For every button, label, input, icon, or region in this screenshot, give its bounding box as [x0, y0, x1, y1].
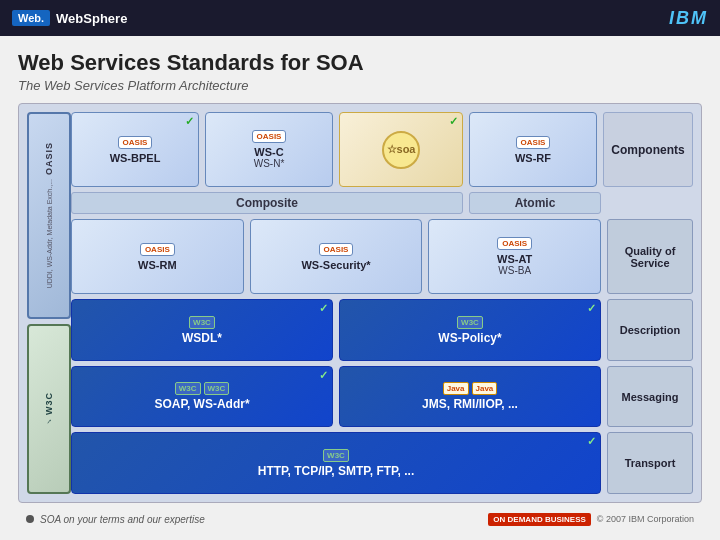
- ws-rm-label: WS-RM: [138, 259, 177, 271]
- http-label: HTTP, TCP/IP, SMTP, FTP, ...: [258, 464, 415, 478]
- w3c-extra-label: ✓: [45, 417, 53, 425]
- soap-label: SOAP, WS-Addr*: [154, 397, 249, 411]
- w3c-sidebar-label: W3C: [44, 392, 54, 415]
- soap-check: ✓: [319, 369, 328, 382]
- ws-n-label: WS-N*: [254, 158, 285, 169]
- oasis-sidebar-label: OASIS: [44, 142, 54, 175]
- ws-rm-cell: OASIS WS-RM: [71, 219, 244, 294]
- row-qos: OASIS WS-RM OASIS WS-Security* OASIS WS-…: [71, 219, 693, 294]
- oasis-badge-wsrf: OASIS: [516, 136, 551, 149]
- jms-label: JMS, RMI/IIOP, ...: [422, 397, 518, 411]
- http-cell: W3C HTTP, TCP/IP, SMTP, FTP, ... ✓: [71, 432, 601, 494]
- oasis-badge-wssec: OASIS: [319, 243, 354, 256]
- ws-policy-label: WS-Policy*: [438, 331, 501, 345]
- footer-dot: [26, 515, 34, 523]
- ws-at-cell: OASIS WS-AT WS-BA: [428, 219, 601, 294]
- w3c-badge-http: W3C: [323, 449, 349, 462]
- transport-label: Transport: [607, 432, 693, 494]
- description-label: Description: [607, 299, 693, 361]
- architecture-diagram: OASIS UDDI, WS-Addr, Metadata Exch.,... …: [18, 103, 702, 503]
- soap-cell: W3C W3C SOAP, WS-Addr* ✓: [71, 366, 333, 428]
- wsdl-label: WSDL*: [182, 331, 222, 345]
- footer-logo: ON DEMAND BUSINESS © 2007 IBM Corporatio…: [488, 513, 694, 526]
- components-label: Components: [603, 112, 693, 187]
- copyright-text: © 2007 IBM Corporation: [597, 514, 694, 524]
- header-bar: Web. WebSphere IBM: [0, 0, 720, 36]
- wsdl-check: ✓: [319, 302, 328, 315]
- row-transport: W3C HTTP, TCP/IP, SMTP, FTP, ... ✓ Trans…: [71, 432, 693, 494]
- websphere-text: WebSphere: [56, 11, 127, 26]
- java-badge-1: Java: [443, 382, 469, 395]
- w3c-badge-wsaddr: W3C: [204, 382, 230, 395]
- on-demand-badge: ON DEMAND BUSINESS: [488, 513, 590, 526]
- w3c-sidebar: W3C ✓: [27, 324, 71, 494]
- ws-security-cell: OASIS WS-Security*: [250, 219, 423, 294]
- composite-label: Composite: [71, 192, 463, 214]
- row-messaging: W3C W3C SOAP, WS-Addr* ✓ Java Java JMS, …: [71, 366, 693, 428]
- ws-rf-label: WS-RF: [515, 152, 551, 164]
- soa-logo: ☆soa: [382, 131, 420, 169]
- jms-cell: Java Java JMS, RMI/IIOP, ...: [339, 366, 601, 428]
- ws-bpel-cell: OASIS WS-BPEL ✓: [71, 112, 199, 187]
- ws-bpel-label: WS-BPEL: [110, 152, 161, 164]
- ws-security-label: WS-Security*: [301, 259, 370, 271]
- java-badges: Java Java: [443, 382, 498, 395]
- soa-cell: ☆soa ✓: [339, 112, 463, 187]
- footer-text: SOA on your terms and our expertise: [40, 514, 205, 525]
- ibm-logo: IBM: [669, 8, 708, 29]
- divider-row: Composite Atomic: [71, 192, 693, 214]
- oasis-badge-wsrm: OASIS: [140, 243, 175, 256]
- ws-ba-label: WS-BA: [498, 265, 531, 276]
- w3c-badge-wsdl: W3C: [189, 316, 215, 329]
- footer-left: SOA on your terms and our expertise: [26, 514, 205, 525]
- row-components: OASIS WS-BPEL ✓ OASIS WS-C WS-N* ☆soa ✓: [71, 112, 693, 187]
- logo-box: Web.: [12, 10, 50, 26]
- messaging-label: Messaging: [607, 366, 693, 428]
- soap-badges: W3C W3C: [175, 382, 230, 395]
- qos-label: Quality of Service: [607, 219, 693, 294]
- row-description: W3C WSDL* ✓ W3C WS-Policy* ✓ Description: [71, 299, 693, 361]
- soa-check: ✓: [449, 115, 458, 128]
- w3c-badge-soap: W3C: [175, 382, 201, 395]
- ws-rf-cell: OASIS WS-RF: [469, 112, 597, 187]
- footer: SOA on your terms and our expertise ON D…: [18, 503, 702, 531]
- main-content: Web Services Standards for SOA The Web S…: [0, 36, 720, 540]
- websphere-logo: Web. WebSphere: [12, 10, 127, 26]
- rows-container: OASIS WS-BPEL ✓ OASIS WS-C WS-N* ☆soa ✓: [71, 112, 693, 494]
- http-badges: W3C: [323, 449, 349, 462]
- java-badge-2: Java: [472, 382, 498, 395]
- sidebar-vertical-text: UDDI, WS-Addr, Metadata Exch.,...: [46, 179, 53, 288]
- wsdl-cell: W3C WSDL* ✓: [71, 299, 333, 361]
- oasis-sidebar: OASIS UDDI, WS-Addr, Metadata Exch.,...: [27, 112, 71, 319]
- atomic-label: Atomic: [469, 192, 601, 214]
- w3c-badge-wspol: W3C: [457, 316, 483, 329]
- ws-at-label: WS-AT: [497, 253, 532, 265]
- oasis-badge-wsat: OASIS: [497, 237, 532, 250]
- oasis-badge-wsc: OASIS: [252, 130, 287, 143]
- wspol-check: ✓: [587, 302, 596, 315]
- bpel-check: ✓: [185, 115, 194, 128]
- oasis-badge-bpel: OASIS: [118, 136, 153, 149]
- page-subtitle: The Web Services Platform Architecture: [18, 78, 702, 93]
- ws-c-cell: OASIS WS-C WS-N*: [205, 112, 333, 187]
- page-title: Web Services Standards for SOA: [18, 50, 702, 76]
- http-check: ✓: [587, 435, 596, 448]
- ws-policy-cell: W3C WS-Policy* ✓: [339, 299, 601, 361]
- divider-spacer: [607, 192, 693, 214]
- left-sidebar: OASIS UDDI, WS-Addr, Metadata Exch.,... …: [27, 112, 71, 494]
- ws-c-label: WS-C: [254, 146, 283, 158]
